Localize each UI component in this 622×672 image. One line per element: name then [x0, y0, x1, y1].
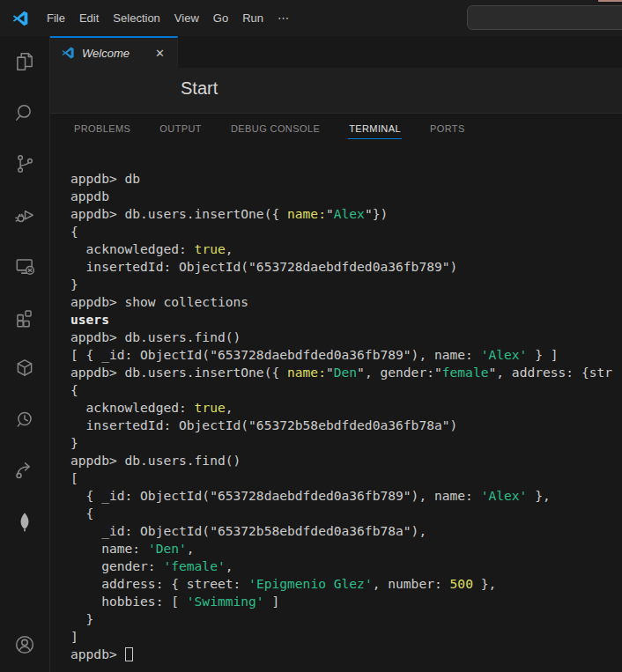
- bottom-panel: PROBLEMS OUTPUT DEBUG CONSOLE TERMINAL P…: [50, 113, 622, 672]
- terminal-line: { _id: ObjectId("653728daebdfded0a36fb78…: [70, 487, 622, 505]
- terminal-line: gender: 'female',: [70, 558, 622, 575]
- terminal-line: users: [70, 311, 622, 329]
- cube-extension-icon[interactable]: [0, 343, 49, 394]
- terminal-line: acknowledged: true,: [70, 399, 622, 417]
- mongodb-leaf-icon[interactable]: [0, 496, 49, 547]
- activity-bar: [0, 36, 50, 672]
- terminal-line: appdb> show collections: [70, 293, 622, 311]
- menu-go[interactable]: Go: [206, 0, 235, 36]
- command-center-searchbox[interactable]: [467, 5, 622, 30]
- tab-welcome[interactable]: Welcome ✕: [50, 36, 178, 68]
- run-and-debug-icon[interactable]: [0, 189, 49, 240]
- title-bar: File Edit Selection View Go Run ⋯ ← →: [0, 0, 622, 36]
- tab-debug-console[interactable]: DEBUG CONSOLE: [230, 118, 321, 139]
- terminal-line: {: [70, 223, 622, 240]
- window-edge-artifact: [598, 0, 622, 2]
- share-icon[interactable]: [0, 445, 49, 496]
- terminal-line: }: [70, 434, 622, 452]
- menu-more-icon[interactable]: ⋯: [270, 0, 296, 36]
- terminal-line: insertedId: ObjectId("65372b58ebdfded0a3…: [70, 417, 622, 434]
- extensions-icon[interactable]: [0, 292, 49, 343]
- panel-tab-bar: PROBLEMS OUTPUT DEBUG CONSOLE TERMINAL P…: [50, 114, 622, 144]
- terminal-line: appdb> db.users.find(): [70, 329, 622, 346]
- menu-run[interactable]: Run: [235, 0, 270, 36]
- terminal-cursor: [125, 647, 133, 661]
- vscode-window: File Edit Selection View Go Run ⋯ ← →: [0, 0, 622, 672]
- terminal-line: appdb> db: [70, 170, 622, 188]
- terminal-line: appdb> db.users.insertOne({ name:"Den", …: [70, 364, 622, 381]
- tab-problems[interactable]: PROBLEMS: [73, 118, 131, 139]
- vscode-file-icon: [61, 46, 75, 60]
- vscode-logo-icon: [11, 10, 29, 27]
- terminal-line: _id: ObjectId("65372b58ebdfded0a36fb78a"…: [70, 522, 622, 540]
- start-heading: Start: [181, 78, 218, 99]
- remote-explorer-icon[interactable]: [0, 240, 49, 292]
- source-control-icon[interactable]: [0, 138, 49, 189]
- menu-edit[interactable]: Edit: [72, 0, 106, 36]
- terminal-line: acknowledged: true,: [70, 240, 622, 258]
- close-icon[interactable]: ✕: [152, 45, 168, 62]
- terminal-content[interactable]: appdb> dbappdbappdb> db.users.insertOne(…: [50, 144, 622, 672]
- tab-ports[interactable]: PORTS: [429, 118, 466, 139]
- account-icon[interactable]: [0, 619, 49, 670]
- tab-welcome-label: Welcome: [82, 47, 152, 60]
- editor-tab-bar: Welcome ✕: [50, 36, 622, 68]
- tab-output[interactable]: OUTPUT: [159, 118, 203, 139]
- editor-region: Start: [50, 68, 622, 113]
- terminal-line: appdb> db.users.find(): [70, 452, 622, 469]
- terminal-line: {: [70, 505, 622, 522]
- terminal-line: }: [70, 610, 622, 628]
- terminal-line: hobbies: [ 'Swimming' ]: [70, 593, 622, 610]
- search-icon[interactable]: [0, 87, 49, 138]
- terminal-line: [: [70, 469, 622, 487]
- terminal-line: address: { street: 'Epigmenio Glez', num…: [70, 575, 622, 593]
- menu-selection[interactable]: Selection: [106, 0, 167, 36]
- terminal-line: appdb> db.users.insertOne({ name:"Alex"}…: [70, 205, 622, 223]
- menu-view[interactable]: View: [167, 0, 206, 36]
- terminal-line: appdb>: [70, 646, 622, 663]
- history-search-icon[interactable]: [0, 394, 49, 445]
- terminal-line: ]: [70, 628, 622, 646]
- explorer-icon[interactable]: [0, 36, 49, 87]
- tab-terminal[interactable]: TERMINAL: [348, 118, 402, 139]
- terminal-line: appdb: [70, 188, 622, 205]
- terminal-line: {: [70, 381, 622, 399]
- menu-file[interactable]: File: [40, 0, 72, 36]
- terminal-line: name: 'Den',: [70, 540, 622, 558]
- terminal-line: [ { _id: ObjectId("653728daebdfded0a36fb…: [70, 346, 622, 364]
- main-area: Welcome ✕ Start PROBLEMS OUTPUT DEBUG CO…: [50, 36, 622, 672]
- terminal-line: }: [70, 276, 622, 293]
- terminal-line: insertedId: ObjectId("653728daebdfded0a3…: [70, 258, 622, 276]
